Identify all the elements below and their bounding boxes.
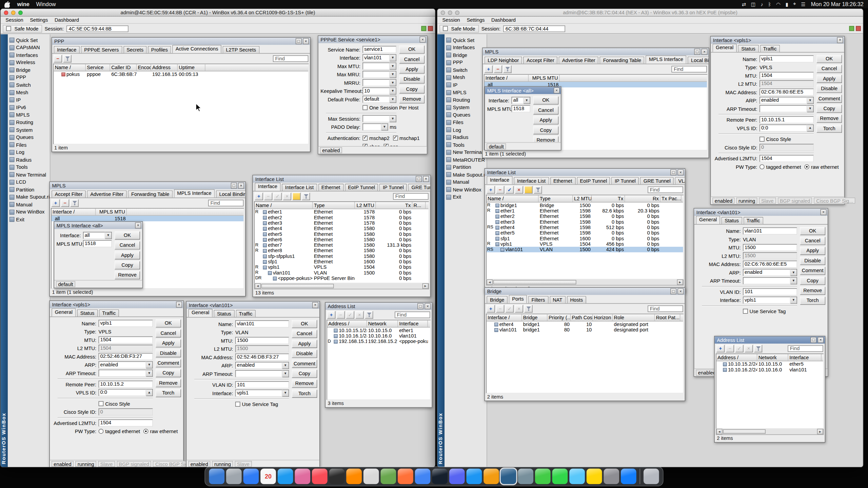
ok-button[interactable]: OK — [399, 45, 425, 54]
sync-icon[interactable]: ⇄ — [742, 1, 746, 7]
tab-interface[interactable]: Interface — [255, 183, 281, 191]
table-row-10-10-15-1-24[interactable]: 10.10.15.1/2410.10.15.0ether1 — [327, 328, 430, 333]
tab-general[interactable]: General — [188, 309, 213, 317]
tab-filters[interactable]: Filters — [528, 296, 549, 304]
column-header-interface[interactable]: Interface — [788, 354, 822, 361]
tab-local-bindings[interactable]: Local Bindings — [688, 57, 709, 64]
arp-timeout-dropdown-button[interactable]: ▼ — [807, 105, 814, 112]
advertised-l2mtu-input[interactable]: 1504 — [760, 155, 814, 162]
column-header-name[interactable]: Name / — [255, 202, 313, 209]
vlan-id-input[interactable]: 101 — [743, 288, 797, 296]
sidebar-item-partition[interactable]: Partition — [445, 163, 487, 171]
add-button[interactable]: + — [487, 305, 495, 313]
interface-dropdown-button[interactable]: ▼ — [790, 297, 797, 304]
mtu-input[interactable]: 1504 — [99, 337, 153, 344]
column-header-tx-pac[interactable]: Tx Pac... — [660, 195, 682, 202]
disable-button[interactable]: Disable — [800, 257, 825, 265]
find-input[interactable]: Find — [648, 186, 683, 193]
l2-mtu-input[interactable]: 1500 — [235, 345, 289, 352]
ok-button[interactable]: OK — [292, 320, 317, 328]
arp-timeout-dropdown-button[interactable]: ▼ — [790, 277, 797, 284]
sidebar-item-mpls[interactable]: MPLS — [8, 111, 50, 119]
table-row-ether2[interactable]: ether2Ethernet15980 bps0 bps — [487, 214, 683, 219]
menu-dashboard[interactable]: Dashboard — [51, 17, 82, 23]
remove-button[interactable]: − — [496, 186, 504, 194]
tab-interface-list[interactable]: Interface List — [282, 184, 317, 191]
scroll-left-button[interactable]: ◄ — [716, 429, 723, 434]
sidebar-item-interfaces[interactable]: Interfaces — [8, 52, 50, 59]
arp-dropdown-button[interactable]: ▼ — [146, 361, 153, 368]
tab-general[interactable]: General — [696, 216, 720, 224]
close-button[interactable]: × — [423, 176, 429, 182]
keepalive-timeout-dropdown-button[interactable]: ▼ — [390, 87, 396, 95]
mac-address-input[interactable]: 02:52:46:DB:F3:27 — [235, 353, 289, 361]
tagged-ethernet-radio[interactable] — [760, 164, 765, 169]
dock-icon-trash[interactable] — [644, 469, 659, 484]
wifi-icon[interactable]: ◠ — [776, 1, 781, 7]
sidebar-item-switch[interactable]: Switch — [445, 66, 487, 74]
dock-icon-notes[interactable] — [587, 469, 602, 484]
enable-button[interactable]: ✓ — [735, 345, 743, 352]
mpls-titlebar[interactable]: MPLS □ × — [50, 182, 245, 189]
menu-session[interactable]: Session — [2, 17, 27, 23]
sidebar-item-queues[interactable]: Queues — [445, 111, 487, 119]
scroll-left-button[interactable]: ◄ — [487, 279, 493, 285]
remove-button[interactable]: − — [337, 311, 345, 319]
tab-secrets[interactable]: Secrets — [123, 46, 146, 54]
tab-bridge[interactable]: Bridge — [487, 296, 508, 304]
keepalive-timeout-input[interactable]: 10 — [362, 87, 390, 95]
apply-button[interactable]: Apply — [292, 340, 317, 348]
max-mru-input[interactable] — [362, 71, 390, 78]
column-header-l2-mtu[interactable]: L2 MTU — [573, 195, 592, 202]
column-header-network[interactable]: Network — [757, 354, 788, 361]
tab-traffic[interactable]: Traffic — [760, 45, 780, 53]
scroll-track[interactable] — [493, 279, 677, 285]
table-header[interactable]: Interface /MPLS MTU — [52, 209, 244, 216]
remove-button[interactable]: Remove — [800, 287, 825, 295]
max-mtu-dropdown-button[interactable]: ▼ — [390, 62, 396, 69]
filter-button[interactable] — [534, 186, 542, 194]
mschap1-checkbox[interactable] — [393, 136, 398, 141]
tab-ethernet[interactable]: Ethernet — [318, 184, 343, 191]
sidebar-item-interfaces[interactable]: Interfaces — [445, 44, 487, 52]
default-profile-dropdown-button[interactable]: ▼ — [390, 96, 396, 103]
tab-status[interactable]: Status — [738, 45, 758, 53]
sidebar-item-wireless[interactable]: Wireless — [8, 59, 50, 66]
remove-button[interactable]: Remove — [533, 136, 558, 142]
column-header-type[interactable]: Type — [313, 202, 355, 209]
titlebar-hex[interactable]: admin@6C:3B:6B:7C:04:44 (hEX - A3) - Win… — [437, 9, 863, 17]
scroll-thumb[interactable] — [493, 280, 576, 284]
name-input[interactable]: vlan101 — [235, 320, 289, 327]
maximize-button[interactable]: □ — [670, 169, 676, 176]
filter-button[interactable] — [365, 311, 373, 319]
sidebar-item-radius[interactable]: Radius — [8, 156, 50, 163]
cancel-button[interactable]: Cancel — [399, 55, 425, 63]
column-header-l2-mtu[interactable]: L2 MTU — [355, 202, 376, 209]
dock-icon-vlc[interactable] — [346, 469, 362, 484]
horizontal-scrollbar[interactable]: ◄ ► — [716, 429, 824, 435]
sidebar-item-manual[interactable]: Manual — [445, 179, 487, 186]
table-row-ether4[interactable]: RSether4Ethernet1598512 bps0 bps — [487, 225, 683, 230]
tab-gre-tunnel[interactable]: GRE Tunnel — [408, 184, 430, 191]
dock-icon-mail[interactable] — [278, 469, 293, 484]
tab-active-connections[interactable]: Active Connections — [172, 45, 221, 53]
copy-button[interactable]: Copy — [292, 370, 317, 378]
cancel-button[interactable]: Cancel — [533, 106, 558, 114]
safe-mode-toggle[interactable]: Safe Mode — [439, 25, 478, 33]
find-input[interactable]: Find — [208, 200, 243, 206]
arp-timeout-input[interactable] — [743, 277, 790, 284]
sidebar-item-capsman[interactable]: CAPsMAN — [8, 44, 50, 52]
table-row-bridge1[interactable]: Rbridge1Bridge15000 bps0 bps — [487, 203, 683, 208]
scroll-thumb[interactable] — [723, 429, 766, 434]
maximize-button[interactable]: □ — [694, 49, 700, 55]
tab-accept-filter[interactable]: Accept Filter — [523, 57, 557, 64]
sidebar-item-system[interactable]: System — [8, 126, 50, 134]
menu-dashboard[interactable]: Dashboard — [488, 17, 519, 23]
minimize-traffic-light[interactable] — [11, 11, 16, 15]
tab-gre-tunnel[interactable]: GRE Tunnel — [640, 177, 674, 185]
tab-ethernet[interactable]: Ethernet — [550, 177, 575, 185]
safe-mode-toggle[interactable]: Safe Mode — [3, 25, 42, 33]
vlan-id-input[interactable]: 101 — [235, 381, 289, 388]
sidebar-item-bridge[interactable]: Bridge — [445, 52, 487, 59]
dock-icon-xcode[interactable] — [621, 469, 636, 484]
